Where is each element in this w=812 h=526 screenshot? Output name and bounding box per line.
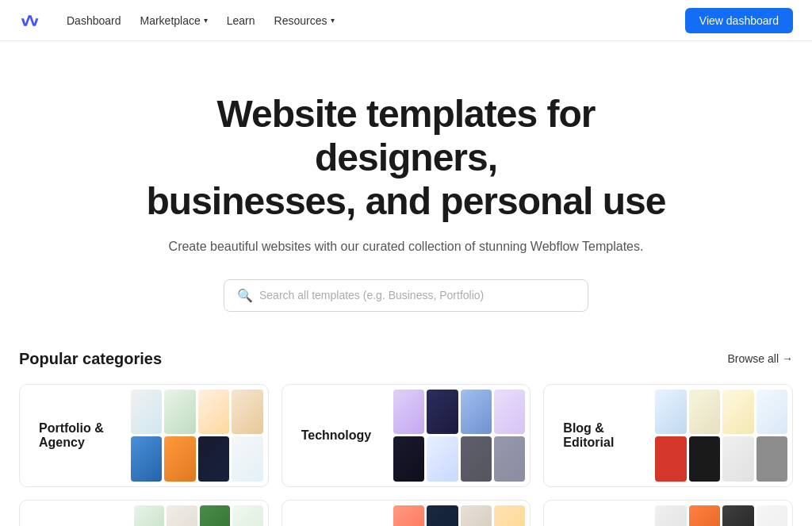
hero-heading: Website templates for designers, busines…: [128, 92, 684, 224]
nav-dashboard[interactable]: Dashboard: [67, 14, 121, 27]
section-title: Popular categories: [19, 350, 162, 368]
category-images-technology: [393, 385, 530, 486]
category-label-professional: Professional Services: [20, 501, 134, 526]
category-label-retail: Retail: [544, 501, 655, 526]
hero-section: Website templates for designers, busines…: [0, 41, 812, 350]
category-card-blog-editorial[interactable]: Blog & Editorial: [543, 384, 793, 487]
category-card-technology[interactable]: Technology: [282, 384, 531, 487]
search-icon: 🔍: [237, 288, 253, 303]
category-card-portfolio-agency[interactable]: Portfolio & Agency: [19, 384, 269, 487]
category-images-retail: [655, 501, 792, 526]
category-card-retail[interactable]: Retail: [543, 500, 793, 526]
logo[interactable]: [19, 13, 44, 29]
arrow-right-icon: →: [782, 352, 793, 365]
nav-links: Dashboard Marketplace ▾ Learn Resources …: [67, 14, 335, 27]
nav-resources[interactable]: Resources ▾: [274, 14, 335, 27]
category-label-blog: Blog & Editorial: [544, 385, 655, 486]
categories-section: Popular categories Browse all → Portfoli…: [0, 350, 812, 526]
hero-subtext: Create beautiful websites with our curat…: [19, 240, 793, 254]
search-bar[interactable]: 🔍: [224, 279, 588, 312]
view-dashboard-button[interactable]: View dashboard: [685, 8, 793, 33]
navbar: Dashboard Marketplace ▾ Learn Resources …: [0, 0, 812, 41]
nav-left: Dashboard Marketplace ▾ Learn Resources …: [19, 13, 335, 29]
category-label-technology: Technology: [282, 385, 393, 486]
category-images-blog: [655, 385, 792, 486]
marketplace-chevron-icon: ▾: [204, 16, 208, 25]
category-images-real-estate: [393, 501, 530, 526]
nav-learn[interactable]: Learn: [227, 14, 255, 27]
browse-all-link[interactable]: Browse all →: [727, 352, 793, 365]
categories-grid: Portfolio & Agency: [19, 384, 793, 526]
category-images-portfolio: [131, 385, 268, 486]
nav-marketplace[interactable]: Marketplace ▾: [140, 14, 208, 27]
section-header: Popular categories Browse all →: [19, 350, 793, 368]
category-images-professional: [134, 501, 268, 526]
category-card-real-estate[interactable]: Real Estate: [282, 500, 531, 526]
resources-chevron-icon: ▾: [331, 16, 335, 25]
category-label-portfolio: Portfolio & Agency: [20, 385, 131, 486]
search-input[interactable]: [259, 289, 575, 301]
category-label-real-estate: Real Estate: [282, 501, 393, 526]
category-card-professional-services[interactable]: Professional Services: [19, 500, 269, 526]
